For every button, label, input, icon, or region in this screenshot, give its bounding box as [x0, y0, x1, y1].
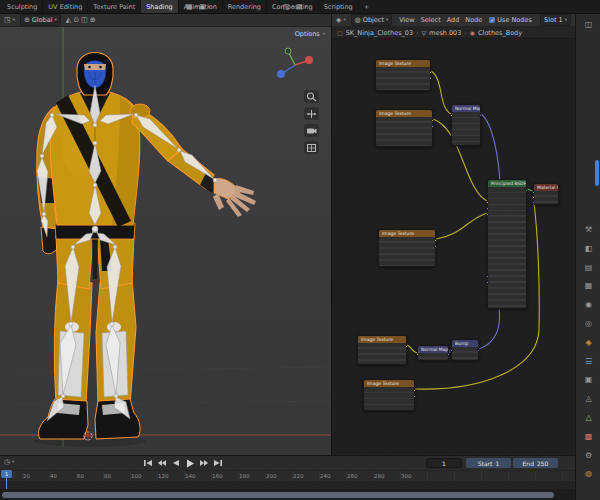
viewport-header-icon[interactable]: ◭ [66, 17, 71, 24]
end-frame-field[interactable]: End250 [513, 458, 558, 468]
zoom-tool-button[interactable] [304, 90, 319, 103]
breadcrumb-item[interactable]: mesh.003 [429, 29, 461, 37]
slot-dropdown[interactable]: Slot 1▾ [540, 14, 571, 26]
camera-tool-button[interactable] [304, 124, 319, 137]
editor-type-button[interactable]: ◳▾ [4, 17, 15, 24]
node-socket[interactable] [486, 207, 489, 210]
node-socket[interactable] [450, 349, 453, 352]
properties-tab-texture[interactable]: ⚙ [576, 448, 600, 464]
viewport-header-icon[interactable]: ◫ [81, 17, 88, 24]
node-socket[interactable] [486, 213, 489, 216]
move-tool-button[interactable] [304, 107, 319, 120]
node-socket[interactable] [486, 201, 489, 204]
properties-tab-physics[interactable]: ◬ [576, 391, 600, 407]
properties-tab-modifiers[interactable]: ☰ [576, 354, 600, 370]
workspace-tab-sculpting[interactable]: Sculpting [2, 0, 43, 13]
node-socket[interactable] [486, 281, 489, 284]
viewport-header-icon[interactable]: ⊕ [90, 17, 96, 24]
view-layer-selector[interactable]: ◫▾▤▾ [283, 0, 307, 14]
properties-scrollbar-thumb[interactable] [595, 160, 599, 186]
properties-tab-object-data[interactable]: △ [576, 410, 600, 426]
options-button[interactable]: Options▾ [295, 30, 325, 38]
start-frame-field[interactable]: Start1 [466, 458, 511, 468]
menu-select[interactable]: Select [419, 16, 443, 24]
node-socket[interactable] [532, 196, 535, 199]
play-reverse-button[interactable] [170, 458, 182, 468]
shader-node-image-texture-3[interactable]: Image Texture [378, 229, 436, 267]
menu-view[interactable]: View [397, 16, 416, 24]
shader-node-normal-map-2[interactable]: Normal Map [417, 345, 449, 361]
breadcrumb-item[interactable]: Clothes_Body [478, 29, 522, 37]
properties-tab-active-tool[interactable]: ⚒ [576, 222, 600, 238]
node-socket[interactable] [486, 275, 489, 278]
add-workspace-button[interactable]: + [359, 3, 374, 11]
node-socket[interactable] [413, 395, 416, 398]
properties-tab-view-layer[interactable]: ▦ [576, 278, 600, 294]
node-socket[interactable] [434, 239, 437, 242]
properties-tab-world[interactable]: ◎ [576, 316, 600, 332]
menu-add[interactable]: Add [445, 16, 462, 24]
breadcrumb-item[interactable]: SK_Ninja_Clothes_03 [346, 29, 413, 37]
topbar-selector-icon[interactable]: ▣ [199, 4, 206, 11]
node-socket[interactable] [429, 71, 432, 74]
topbar-selector-icon[interactable]: ▦ [186, 4, 193, 11]
menu-node[interactable]: Node [463, 16, 484, 24]
shader-type-dropdown[interactable]: ◍Object▾ [351, 14, 393, 26]
node-socket[interactable] [416, 353, 419, 356]
node-socket[interactable] [532, 191, 535, 194]
timeline[interactable]: ◷▾ 1 Start1 End250 120406080100120140160… [0, 455, 575, 500]
viewport-3d[interactable]: ◳▾ ⊕Global▾ ◭⊙◫⊕ [0, 14, 331, 455]
shader-node-bump[interactable]: Bump [451, 339, 479, 361]
editor-type-button[interactable]: ◈▾ [336, 17, 346, 24]
scene-selector[interactable]: ▦▾▣▾ [186, 0, 210, 14]
jump-to-end-button[interactable] [212, 458, 224, 468]
jump-to-start-button[interactable] [142, 458, 154, 468]
timeline-track-area[interactable] [0, 481, 575, 489]
node-socket[interactable] [477, 349, 480, 352]
playhead[interactable]: 1 [1, 470, 12, 478]
transform-orientation-dropdown[interactable]: ⊕Global▾ [20, 14, 61, 26]
topbar-selector-icon[interactable]: ▤ [296, 4, 303, 11]
node-socket[interactable] [479, 114, 482, 117]
shader-node-image-texture-4[interactable]: Image Texture [357, 335, 407, 365]
workspace-tab-uv-editing[interactable]: UV Editing [43, 0, 88, 13]
node-socket[interactable] [447, 353, 450, 356]
properties-tab-object[interactable]: ◈ [576, 335, 600, 351]
shader-node-image-texture-1[interactable]: Image Texture [375, 59, 431, 91]
node-socket[interactable] [532, 201, 535, 204]
node-socket[interactable] [413, 389, 416, 392]
node-socket[interactable] [405, 345, 408, 348]
node-canvas[interactable]: Image TextureImage TextureNormal MapPrin… [332, 39, 575, 455]
current-frame-field[interactable]: 1 [426, 458, 462, 468]
toggle-view-tool-button[interactable] [304, 141, 319, 154]
properties-tab-render[interactable]: ◧ [576, 241, 600, 257]
character-model[interactable] [37, 53, 256, 440]
play-button[interactable] [184, 458, 196, 468]
node-socket[interactable] [450, 114, 453, 117]
node-socket[interactable] [429, 77, 432, 80]
properties-tab-tool-settings[interactable]: ◍ [576, 466, 600, 482]
node-socket[interactable] [431, 119, 434, 122]
workspace-tab-rendering[interactable]: Rendering [223, 0, 267, 13]
use-nodes-checkbox[interactable]: ✓ [489, 17, 495, 23]
properties-tab-material[interactable]: ▩ [576, 429, 600, 445]
shader-node-principled-bsdf[interactable]: Principled BSDF [487, 179, 527, 309]
shader-node-image-texture-5[interactable]: Image Texture [363, 379, 415, 411]
navigation-gizmo[interactable] [274, 44, 316, 86]
workspace-tab-scripting[interactable]: Scripting [319, 0, 359, 13]
properties-tab-particles[interactable]: ▣ [576, 372, 600, 388]
properties-editor-icon[interactable]: ◫ [576, 17, 600, 33]
editor-type-button[interactable]: ◷▾ [4, 459, 14, 466]
shader-node-normal-map-1[interactable]: Normal Map [451, 104, 481, 146]
node-socket[interactable] [431, 125, 434, 128]
fast-forward-button[interactable] [198, 458, 210, 468]
node-socket[interactable] [525, 189, 528, 192]
workspace-tab-texture-paint[interactable]: Texture Paint [88, 0, 141, 13]
timeline-scrollbar-thumb[interactable] [2, 492, 554, 498]
viewport-header-icon[interactable]: ⊙ [73, 17, 79, 24]
properties-tab-scene[interactable]: ◉ [576, 297, 600, 313]
shader-node-image-texture-2[interactable]: Image Texture [375, 109, 433, 147]
workspace-tab-shading[interactable]: Shading [141, 0, 178, 13]
topbar-selector-icon[interactable]: ◫ [283, 4, 290, 11]
viewport-canvas[interactable] [0, 27, 331, 455]
